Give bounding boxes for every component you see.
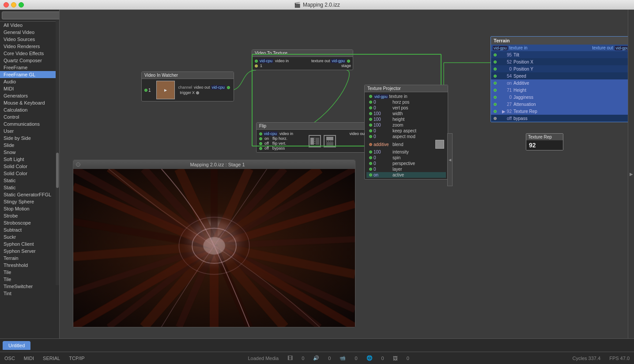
sidebar-item-11[interactable]: Mouse & Keyboard [0,99,59,106]
vid-to-texture-node[interactable]: Video To Texture vid-cpu video in textur… [252,49,353,70]
sidebar-item-18[interactable]: Snow [0,149,59,156]
port-dot-in[interactable] [259,147,262,150]
sidebar-scrollbar[interactable] [56,20,59,285]
sidebar-item-12[interactable]: Calculation [0,106,59,113]
port-dot-out[interactable] [227,86,230,89]
minimize-button[interactable] [11,2,16,8]
status-tcp[interactable]: TCP/IP [69,356,84,361]
sidebar-item-33[interactable]: Terrain [0,255,59,262]
sidebar-item-35[interactable]: Tile [0,269,59,276]
sidebar-item-28[interactable]: Stroboscope [0,219,59,226]
canvas-area[interactable]: Video In Watcher 1 ▶ channel video out v… [60,10,634,338]
port-dot[interactable] [369,168,372,171]
port-dot[interactable] [494,68,497,71]
sidebar-item-10[interactable]: Generators [0,92,59,99]
sidebar-item-19[interactable]: Soft Light [0,156,59,163]
port-dot[interactable] [369,173,372,176]
sidebar-item-6[interactable]: FreeFrame [0,64,59,71]
sidebar-item-8[interactable]: Audio [0,78,59,85]
vid-in-watcher-node[interactable]: Video In Watcher 1 ▶ channel video out v… [141,71,234,101]
stage-preview-window[interactable]: Mapping 2.0.izz : Stage 1 [73,160,355,327]
search-input[interactable] [2,11,60,19]
port-dot[interactable] [144,89,147,92]
t-label: bypass [513,116,630,121]
port-dot[interactable] [369,129,372,132]
port-dot-in[interactable] [259,142,262,145]
sidebar-item-17[interactable]: Slide [0,142,59,149]
port-dot[interactable] [369,101,372,104]
port-dot[interactable] [369,150,372,154]
port-dot-in[interactable] [259,137,262,140]
port-row: vid-cpu video in [258,131,308,136]
port-dot[interactable] [494,75,497,78]
port-dot[interactable] [494,103,497,106]
port-dot-out[interactable] [196,91,199,94]
port-dot[interactable] [494,117,497,120]
port-dot[interactable] [369,162,372,165]
port-dot-in[interactable] [255,64,258,68]
sidebar-item-23[interactable]: Static [0,184,59,191]
port-dot[interactable] [494,82,497,85]
sidebar-item-13[interactable]: Control [0,113,59,120]
port-dot[interactable] [369,156,372,159]
port-dot[interactable] [494,89,497,92]
port-dot-out[interactable] [347,60,350,63]
sidebar-item-36[interactable]: Tile [0,276,59,283]
port-dot[interactable] [494,53,497,56]
port-dot[interactable] [369,124,372,127]
sidebar-item-37[interactable]: TimeSwitcher [0,283,59,290]
sidebar-item-27[interactable]: Strobe [0,212,59,219]
port-dot[interactable] [494,60,497,64]
port-dot-in[interactable] [255,60,258,63]
status-midi[interactable]: MIDI [24,356,34,361]
port-dot[interactable] [369,143,372,146]
port-dot-in[interactable] [369,95,372,98]
sidebar-item-31[interactable]: Syphon Client [0,240,59,248]
sidebar-item-22[interactable]: Static [0,177,59,184]
sidebar-item-2[interactable]: Video Sources [0,36,59,43]
tp-row: onactive [366,172,446,178]
texture-rep-value[interactable]: 92 [526,140,563,150]
maximize-button[interactable] [19,2,24,8]
sidebar-item-16[interactable]: Side by Side [0,135,59,142]
sidebar-item-3[interactable]: Video Renderers [0,43,59,50]
tp-val: 0 [374,134,391,139]
sidebar-item-9[interactable]: MIDI [0,85,59,92]
status-osc[interactable]: OSC [4,356,15,361]
port-dot[interactable] [369,118,372,121]
port-dot[interactable] [369,106,372,109]
sidebar-item-1[interactable]: General Video [0,29,59,36]
status-serial[interactable]: SERIAL [43,356,60,361]
right-expand-handle[interactable]: ▶ [628,10,634,338]
sidebar-item-24[interactable]: Static GeneratorFFGL [0,191,59,198]
sidebar-item-14[interactable]: Communications [0,120,59,128]
sidebar-item-30[interactable]: Suckr [0,233,59,240]
sidebar-item-4[interactable]: Core Video Effects [0,50,59,57]
terrain-panel[interactable]: Terrain vid-gpu texture in texture out v… [491,36,632,122]
port-dot[interactable] [369,112,372,115]
flip-thumb-2 [324,135,336,147]
sidebar-item-38[interactable]: Tint [0,290,59,297]
resize-handle[interactable]: ◀ [447,133,453,186]
sidebar-item-25[interactable]: Stingy Sphere [0,198,59,205]
texture-projector-node[interactable]: Texture Projector vid-gpu texture in 0ho… [364,85,448,180]
port-dot[interactable] [494,96,497,99]
port-dot[interactable] [494,110,497,113]
close-button[interactable] [4,2,9,8]
scroll-thumb[interactable] [56,153,59,188]
port-dot[interactable] [369,135,372,138]
sidebar-item-32[interactable]: Syphon Server [0,248,59,255]
sidebar-item-15[interactable]: User [0,128,59,135]
sidebar-item-7[interactable]: FreeFrame GL [0,71,59,78]
sidebar-item-0[interactable]: All Video [0,22,59,29]
sidebar-item-34[interactable]: Threshhold [0,262,59,269]
tab-untitled[interactable]: Untitled [3,341,30,350]
port-dot-in[interactable] [259,132,262,135]
sidebar-item-5[interactable]: Quartz Composer [0,57,59,64]
sidebar-item-20[interactable]: Solid Color [0,163,59,170]
sidebar-item-29[interactable]: Subtract [0,226,59,233]
texture-rep-popup[interactable]: Texture Rep 92 [526,133,563,150]
stage-close-btn[interactable] [76,162,80,167]
sidebar-item-21[interactable]: Solid Color [0,170,59,177]
sidebar-item-26[interactable]: Stop Motion [0,205,59,212]
